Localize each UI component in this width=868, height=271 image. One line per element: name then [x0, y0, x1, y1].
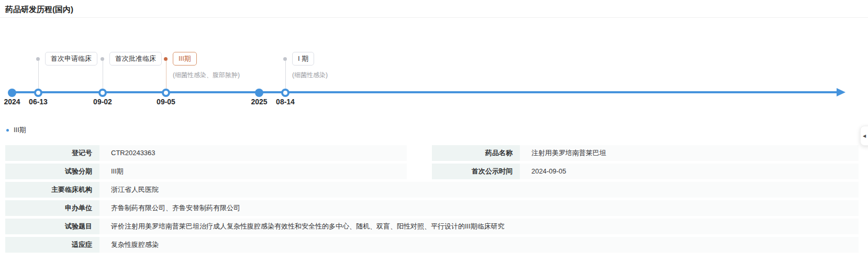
field-value-trial-phase: III期 — [99, 164, 407, 179]
milestone-date: 08-14 — [276, 97, 295, 106]
connector-dot — [283, 57, 287, 61]
field-label-trial-phase: 试验分期 — [5, 164, 99, 179]
table-row: 登记号 CTR20243363 药品名称 注射用美罗培南普莱巴坦 — [5, 145, 859, 161]
connector-dot — [36, 57, 40, 61]
field-value-registration-no: CTR20243363 — [99, 145, 407, 161]
milestone-date: 06-13 — [29, 97, 48, 106]
connector-line — [103, 61, 103, 89]
field-label-trial-title: 试验题目 — [5, 219, 99, 234]
year-label: 2025 — [251, 97, 267, 106]
field-value-indication: 复杂性腹腔感染 — [99, 237, 859, 253]
table-row: 试验分期 III期 首次公示时间 2024-09-05 — [5, 164, 859, 179]
timeline-node[interactable] — [34, 89, 42, 97]
field-value-main-institution: 浙江省人民医院 — [99, 182, 859, 198]
field-label-main-institution: 主要临床机构 — [5, 182, 99, 198]
table-row: 试验题目 评价注射用美罗培南普莱巴坦治疗成人复杂性腹腔感染有效性和安全性的多中心… — [5, 219, 859, 234]
milestone-badge[interactable]: 首次申请临床 — [45, 52, 97, 66]
bullet-icon — [6, 129, 9, 132]
milestone-badge-selected[interactable]: III期 — [173, 52, 197, 66]
connector-line — [285, 61, 286, 89]
table-row: 申办单位 齐鲁制药有限公司、齐鲁安替制药有限公司 — [5, 200, 859, 216]
field-label-first-publicity-date: 首次公示时间 — [432, 164, 520, 179]
timeline-node[interactable] — [162, 89, 170, 97]
milestone-badge[interactable]: I 期 — [292, 52, 314, 66]
timeline-node-filled — [255, 89, 263, 97]
field-value-drug-name: 注射用美罗培南普莱巴坦 — [520, 145, 859, 161]
field-label-indication: 适应症 — [5, 237, 99, 253]
field-value-sponsor: 齐鲁制药有限公司、齐鲁安替制药有限公司 — [99, 200, 859, 216]
timeline-arrow-icon — [837, 88, 845, 96]
field-label-registration-no: 登记号 — [5, 145, 99, 161]
milestone-indication: (细菌性感染、腹部脓肿) — [173, 71, 240, 80]
drug-development-page: 药品研发历程(国内) 2024 首次申请临床 06-13 首次批准临床 09-0… — [0, 0, 868, 271]
field-value-trial-title: 评价注射用美罗培南普莱巴坦治疗成人复杂性腹腔感染有效性和安全性的多中心、随机、双… — [99, 219, 859, 234]
connector-line — [38, 61, 39, 89]
milestone-indication: (细菌性感染) — [292, 71, 328, 80]
development-timeline: 2024 首次申请临床 06-13 首次批准临床 09-02 III期 (细菌性… — [0, 45, 868, 110]
chevron-left-icon: ◀ — [863, 134, 866, 138]
milestone-date: 09-05 — [157, 97, 175, 106]
connector-dot — [164, 57, 168, 61]
timeline-node-filled — [8, 89, 16, 97]
field-label-drug-name: 药品名称 — [432, 145, 520, 161]
connector-dot — [101, 57, 104, 61]
field-label-sponsor: 申办单位 — [5, 200, 99, 216]
milestone-date: 09-02 — [93, 97, 112, 106]
timeline-node[interactable] — [281, 89, 290, 97]
phase-section-label: III期 — [14, 125, 26, 135]
page-title: 药品研发历程(国内) — [5, 5, 73, 15]
connector-line — [166, 61, 166, 89]
table-row: 主要临床机构 浙江省人民医院 — [5, 182, 859, 198]
timeline-node[interactable] — [98, 89, 107, 97]
side-panel-toggle-button[interactable]: ◀ — [860, 126, 868, 146]
phase-section-marker: III期 — [6, 125, 26, 135]
field-value-first-publicity-date: 2024-09-05 — [520, 164, 859, 179]
header-divider — [0, 17, 868, 18]
timeline-axis — [10, 91, 838, 93]
year-label: 2024 — [4, 97, 20, 106]
table-row: 适应症 复杂性腹腔感染 — [5, 237, 859, 253]
milestone-badge[interactable]: 首次批准临床 — [109, 52, 162, 66]
trial-details-table: 登记号 CTR20243363 药品名称 注射用美罗培南普莱巴坦 试验分期 II… — [5, 145, 859, 255]
